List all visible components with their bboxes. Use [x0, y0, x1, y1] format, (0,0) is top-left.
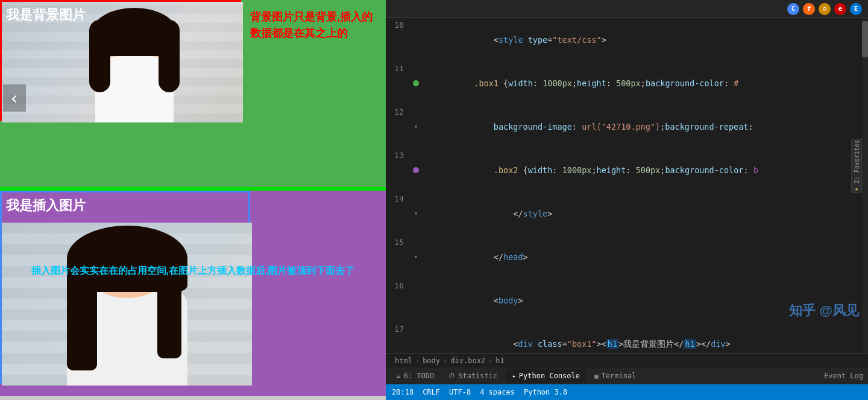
- scrollbar-track[interactable]: [862, 18, 868, 353]
- terminal-icon: ▣: [594, 372, 599, 380]
- status-encoding: UTF-8: [449, 388, 471, 396]
- code-line-17: 17 <div class="box1"><h1>我是背景图片</h1></di…: [386, 322, 868, 353]
- box2-inserted: 我是插入图片 插入图片会实实在在的占用空间,在图片上方插入数据后,图片被顶到下面…: [0, 191, 386, 396]
- editor-topbar: C f ⚙ e E: [386, 0, 868, 18]
- code-line-10: 10 <style type="text/css">: [386, 18, 868, 62]
- box1-title: 我是背景图片: [6, 6, 86, 24]
- code-line-15: 15 ▾ </head>: [386, 235, 868, 279]
- code-line-12: 12 ▾ background-image: url("42710.png");…: [386, 105, 868, 148]
- star-icon: ★: [855, 185, 858, 192]
- tab-python-console[interactable]: ✦ Python Console: [506, 369, 586, 383]
- ie-icon[interactable]: e: [834, 3, 846, 15]
- breadcrumb-bar: html › body › div.box2 › h1: [386, 353, 868, 367]
- tab-statistic-label: Statistic: [458, 372, 497, 380]
- nav-arrow-left[interactable]: ‹: [3, 84, 26, 112]
- insert-image-area: [0, 191, 250, 384]
- zhihu-watermark: 知乎 @风见: [789, 302, 859, 320]
- tab-todo[interactable]: ≡ 6: TODO: [391, 369, 440, 383]
- code-line-13: 13 .box2 {width: 1000px;height: 500px;ba…: [386, 148, 868, 192]
- opera-icon[interactable]: ⚙: [819, 3, 831, 15]
- tab-statistic[interactable]: ⏱ Statistic: [442, 369, 503, 383]
- left-panel: 我是背景图片 背景图片只是背景,插入的数据都是在其之上的 ‹: [0, 0, 386, 400]
- event-log-label[interactable]: Event Log: [824, 372, 863, 380]
- favorites-label: 2: Favorites: [854, 140, 860, 183]
- tab-todo-label: 6: TODO: [404, 372, 435, 380]
- statistic-icon: ⏱: [448, 372, 455, 380]
- right-panel: C f ⚙ e E 10 <style type="text: [386, 0, 868, 400]
- breadcrumb-h1: h1: [495, 357, 504, 365]
- breakpoint-dot-11: [413, 80, 419, 86]
- box1-background: 我是背景图片 背景图片只是背景,插入的数据都是在其之上的 ‹: [0, 0, 386, 187]
- python-icon: ✦: [512, 372, 516, 380]
- breakpoint-dot-13: [413, 167, 419, 173]
- breadcrumb-div: div.box2: [450, 357, 485, 365]
- favorites-tab[interactable]: 2: Favorites ★: [851, 139, 862, 193]
- code-line-11: 11 .box1 {width: 1000px;height: 500px;ba…: [386, 62, 868, 105]
- code-line-14: 14 ▾ </style>: [386, 192, 868, 235]
- box2-title: 我是插入图片: [6, 197, 86, 215]
- status-bar: 20:18 CRLF UTF-8 4 spaces Python 3.8: [386, 384, 868, 400]
- breadcrumb-body: body: [423, 357, 440, 365]
- event-log-area: Event Log: [824, 372, 863, 380]
- status-line-ending: CRLF: [423, 388, 440, 396]
- breadcrumb-html: html: [395, 357, 412, 365]
- tab-terminal[interactable]: ▣ Terminal: [588, 369, 642, 383]
- tab-python-label: Python Console: [519, 372, 580, 380]
- code-area[interactable]: 10 <style type="text/css"> 11 .box1 {wid…: [386, 18, 868, 353]
- annotation-text: 背景图片只是背景,插入的数据都是在其之上的: [250, 9, 377, 42]
- status-language: Python 3.8: [524, 388, 567, 396]
- tab-terminal-label: Terminal: [602, 372, 637, 380]
- firefox-icon[interactable]: f: [803, 3, 815, 15]
- status-left: 20:18 CRLF UTF-8 4 spaces Python 3.8: [392, 388, 567, 396]
- annotation-text2: 插入图片会实实在在的占用空间,在图片上方插入数据后,图片被顶到下面去了: [0, 263, 386, 279]
- todo-icon: ≡: [397, 372, 401, 380]
- scrollbar-thumb[interactable]: [862, 21, 868, 57]
- chrome-icon[interactable]: C: [787, 3, 799, 15]
- edge-icon[interactable]: E: [850, 3, 862, 15]
- browser-icons: C f ⚙ e E: [787, 3, 862, 15]
- status-indent: 4 spaces: [480, 388, 515, 396]
- bottom-tab-bar: ≡ 6: TODO ⏱ Statistic ✦ Python Console ▣…: [386, 367, 868, 384]
- status-line-col: 20:18: [392, 388, 414, 396]
